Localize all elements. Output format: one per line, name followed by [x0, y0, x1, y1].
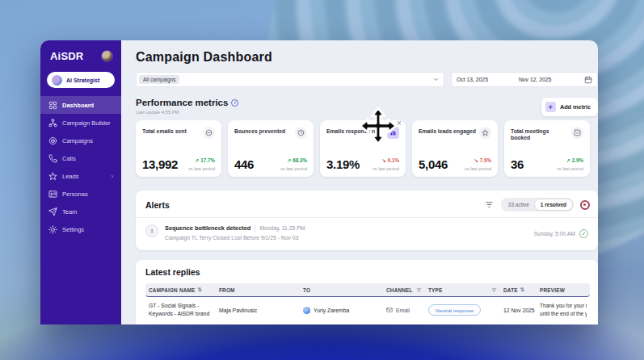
date-end[interactable]: Nov 12, 2025 [519, 77, 551, 82]
close-icon[interactable]: × [397, 119, 402, 128]
sidebar-item-campaigns[interactable]: Campaigns [40, 132, 121, 149]
metric-card-bounces[interactable]: Bounces prevented 446 ↗ 68.3%vs last per… [228, 120, 314, 177]
info-icon[interactable]: i [231, 99, 238, 107]
sort-icon[interactable]: ⇅ [198, 287, 203, 293]
metrics-section-title: Performance metrics i [136, 98, 541, 107]
target-icon [48, 136, 57, 145]
reply-to: Yuriy Zaremba [303, 307, 386, 314]
col-date[interactable]: DATE⇅ [503, 287, 540, 293]
filter-icon[interactable] [491, 287, 497, 293]
col-preview: PREVIEW [540, 287, 587, 293]
metric-card-meetings-booked[interactable]: Total meetings booked 36 ↗ 2.9%vs last p… [504, 120, 590, 177]
filter-row: All campaigns Oct 13, 2025 Nov 12, 2025 [136, 72, 598, 87]
reply-preview: Thank you for your r until the end of th… [540, 302, 587, 318]
alert-detail: Campaign TL Terry Closed Lost Before 9/1… [165, 235, 528, 241]
alert-row[interactable]: ! Sequence bottleneck detected Monday, 1… [136, 218, 598, 241]
user-avatar[interactable] [101, 50, 113, 62]
sidebar: AiSDR AI Strategist Dashboard Campaign B… [40, 40, 121, 324]
alerts-panel: Alerts 33 active 1 resolved ! Sequence b… [136, 190, 598, 250]
latest-replies-title: Latest replies [145, 267, 590, 277]
alerts-title: Alerts [145, 200, 485, 210]
phone-icon [48, 154, 57, 163]
sidebar-item-leads[interactable]: Leads › [40, 167, 121, 185]
alerts-active-toggle[interactable]: 33 active [503, 199, 535, 210]
metric-card-total-emails[interactable]: Total emails sent 13,992 ↗ 17.7%vs last … [136, 120, 221, 177]
add-metric-button[interactable]: + Add metric [541, 98, 598, 116]
last-update-text: Last update 4:55 PM [136, 110, 541, 115]
star-icon [48, 172, 57, 181]
message-circle-icon [203, 127, 215, 139]
clock-icon [295, 127, 307, 139]
star-icon [479, 127, 491, 139]
alert-time: Monday, 11:25 PM [259, 225, 305, 231]
ai-strategist-button[interactable]: AI Strategist [47, 72, 115, 88]
reply-campaign: GT - Social Signals - Keywords - AiSDR b… [149, 302, 219, 318]
campaign-filter-select[interactable]: All campaigns [136, 72, 444, 87]
delta-up: ↗ 2.9% [566, 157, 583, 163]
chevron-down-icon [432, 76, 440, 83]
reply-date: 12 Nov 2025 [503, 308, 540, 313]
sidebar-item-calls[interactable]: Calls [40, 149, 121, 167]
chevron-right-icon: › [112, 174, 113, 179]
strategist-label: AI Strategist [66, 77, 99, 83]
send-icon [48, 207, 57, 216]
plus-icon: + [545, 102, 556, 112]
filter-icon[interactable] [416, 287, 422, 293]
alerts-toggle: 33 active 1 resolved [501, 198, 574, 211]
alert-title: Sequence bottleneck detected [165, 224, 250, 232]
sidebar-item-campaign-builder[interactable]: Campaign Builder [40, 114, 121, 132]
sidebar-item-dashboard[interactable]: Dashboard [40, 96, 121, 114]
alert-resolved-time: Sunday, 5:00 AM [534, 231, 575, 237]
reply-type: Neutral response [428, 304, 503, 316]
reply-channel: Email [386, 307, 428, 313]
metrics-header: Performance metrics i Last update 4:55 P… [136, 98, 598, 116]
contact-avatar [303, 307, 310, 314]
col-type[interactable]: TYPE [428, 287, 503, 293]
strategist-avatar [52, 75, 62, 86]
metric-cards: Total emails sent 13,992 ↗ 17.7%vs last … [136, 120, 598, 177]
type-badge[interactable]: Neutral response [428, 304, 481, 316]
replies-table-header: CAMPAIGN NAME⇅ FROM TO CHANNEL TYPE DATE… [145, 283, 590, 297]
sidebar-item-settings[interactable]: Settings [40, 220, 121, 238]
calendar-icon [584, 76, 592, 84]
filter-icon[interactable] [485, 200, 494, 209]
app-logo: AiSDR [50, 50, 83, 62]
check-circle-icon: ✓ [579, 229, 588, 238]
check-square-icon [571, 127, 583, 139]
email-icon [386, 307, 393, 313]
main-content: Campaign Dashboard All campaigns Oct 13,… [121, 40, 598, 324]
delta-up: ↗ 68.3% [287, 157, 307, 163]
metric-card-leads-engaged[interactable]: Emails leads engaged 5,046 ↘ 7.9%vs last… [412, 120, 498, 177]
alert-history-icon[interactable] [580, 200, 590, 210]
warning-icon: ! [145, 224, 158, 237]
sidebar-item-personas[interactable]: Personas [40, 185, 121, 203]
col-to[interactable]: TO [303, 287, 386, 293]
app-window: AiSDR AI Strategist Dashboard Campaign B… [40, 40, 598, 324]
delta-up: ↗ 17.7% [195, 157, 215, 163]
sidebar-nav: Dashboard Campaign Builder Campaigns Cal… [40, 96, 121, 238]
page-title: Campaign Dashboard [136, 50, 598, 65]
gear-icon [48, 225, 57, 234]
bar-chart-icon [387, 127, 399, 139]
col-from[interactable]: FROM [219, 287, 303, 293]
metric-card-response-rate[interactable]: Emails response rate 3.19% ↘ 0.1%vs last… [320, 120, 406, 177]
dashboard-icon [48, 101, 57, 110]
latest-replies-panel: Latest replies CAMPAIGN NAME⇅ FROM TO CH… [136, 260, 598, 324]
workflow-icon [48, 119, 57, 128]
sort-icon[interactable]: ⇅ [520, 287, 525, 293]
campaign-filter-chip[interactable]: All campaigns [139, 75, 179, 84]
sidebar-item-team[interactable]: Team [40, 203, 121, 220]
id-card-icon [48, 190, 57, 199]
delta-down: ↘ 0.1% [382, 157, 399, 163]
col-channel[interactable]: CHANNEL [386, 287, 428, 293]
alerts-resolved-toggle[interactable]: 1 resolved [535, 199, 572, 210]
delta-down: ↘ 7.9% [474, 157, 491, 163]
date-range-picker[interactable]: Oct 13, 2025 Nov 12, 2025 [451, 72, 598, 87]
reply-row[interactable]: GT - Social Signals - Keywords - AiSDR b… [145, 297, 590, 318]
reply-from: Maja Pavlinusic [219, 308, 303, 313]
date-start[interactable]: Oct 13, 2025 [457, 77, 488, 82]
col-campaign-name[interactable]: CAMPAIGN NAME⇅ [149, 287, 219, 293]
